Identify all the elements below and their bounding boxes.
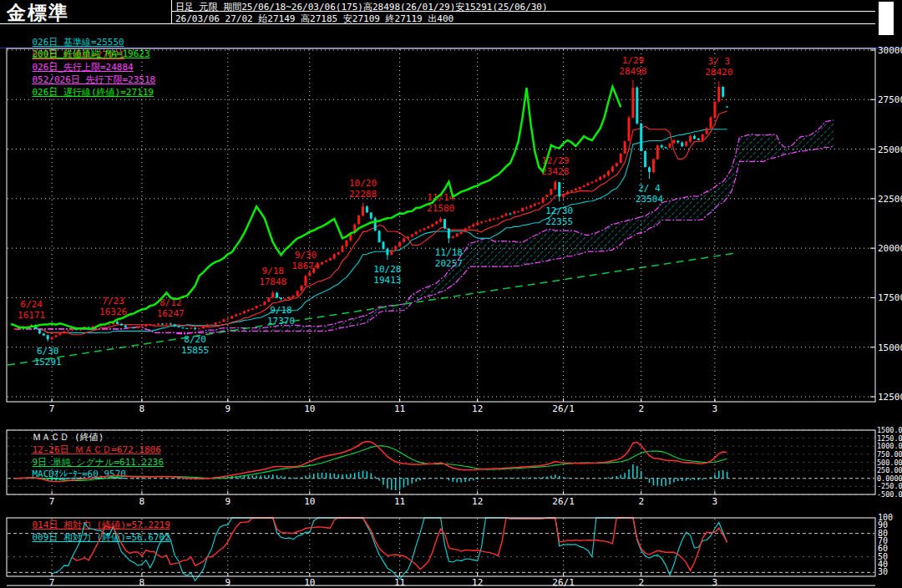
- month-label: 10: [304, 577, 315, 588]
- month-label: 8: [139, 496, 145, 507]
- main-chart-border: [7, 48, 875, 402]
- swing-low-label: 2/ 4: [638, 183, 661, 194]
- month-label: 3: [712, 496, 718, 507]
- month-label: 9: [225, 496, 231, 507]
- month-label: 10: [304, 496, 315, 507]
- ichimoku-cloud: [15, 120, 834, 334]
- annotations-layer: 6/24161717/23163268/12162479/18178489/30…: [18, 55, 732, 368]
- swing-high-label: 21580: [427, 203, 454, 214]
- swing-low-label: 6/30: [37, 346, 59, 357]
- swing-low-label: 20257: [435, 258, 463, 269]
- swing-low-label: 15855: [181, 345, 209, 356]
- month-label: 7: [49, 403, 55, 414]
- swing-high-label: 9/18: [261, 266, 284, 276]
- month-label: 12: [472, 496, 483, 507]
- price-axis-label: 30000: [878, 45, 902, 56]
- swing-high-label: 22288: [349, 189, 377, 200]
- macd-axis-label: 1000.000: [877, 442, 902, 450]
- price-axis-label: 22500: [878, 194, 902, 205]
- swing-high-label: 23428: [541, 166, 569, 177]
- swing-low-label: 12/30: [545, 205, 573, 216]
- swing-high-label: 17848: [259, 276, 286, 287]
- app-root: 金標準 日足 元限 期間25/06/18~26/03/06(175)高28498…: [0, 0, 902, 588]
- swing-high-label: 7/23: [102, 296, 124, 307]
- swing-low-label: 11/18: [435, 247, 463, 258]
- swing-high-label: 9/30: [295, 250, 317, 261]
- month-label: 7: [49, 577, 55, 588]
- swing-high-label: 16171: [18, 310, 45, 321]
- swing-high-label: 16247: [157, 308, 185, 319]
- swing-high-label: 28498: [619, 66, 646, 77]
- month-label: 2: [638, 577, 644, 588]
- month-label: 11: [394, 577, 405, 588]
- macd-axis-label: -500.000: [877, 490, 902, 499]
- price-axis-label: 15000: [878, 342, 902, 353]
- price-axis-label: 17500: [878, 292, 902, 303]
- month-label: 2: [638, 496, 644, 507]
- month-label: 26/1: [552, 496, 575, 507]
- macd-axis-label: 750.0000: [877, 450, 902, 459]
- chart-canvas[interactable]: 3000027500250002250020000175001500012500…: [0, 0, 902, 588]
- rsi9-line: [52, 518, 727, 580]
- rsi-axis-label: 30: [878, 567, 888, 576]
- month-label: 8: [139, 577, 145, 588]
- swing-high-label: 6/24: [20, 299, 43, 310]
- swing-low-label: 15291: [34, 357, 62, 368]
- month-label: 7: [49, 496, 55, 507]
- swing-high-label: 10/20: [349, 178, 377, 189]
- month-label: 11: [394, 496, 405, 507]
- swing-high-label: 3/ 3: [708, 56, 731, 67]
- month-label: 26/1: [552, 577, 575, 588]
- month-label: 8: [139, 403, 145, 414]
- price-axis-label: 12500: [878, 392, 902, 403]
- month-label: 2: [638, 403, 644, 414]
- swing-low-label: 23504: [636, 194, 663, 205]
- month-label: 3: [712, 577, 718, 588]
- macd-axis-label: -250.000: [877, 482, 902, 490]
- swing-low-label: 17370: [267, 316, 295, 327]
- swing-high-label: 28420: [705, 67, 732, 78]
- swing-low-label: 10/28: [373, 264, 401, 275]
- month-label: 12: [472, 577, 483, 588]
- month-label: 12: [472, 403, 483, 414]
- month-label: 9: [225, 577, 231, 588]
- rsi-panel-border: [7, 518, 875, 576]
- price-axis-label: 25000: [878, 144, 902, 155]
- month-label: 11: [394, 403, 405, 414]
- month-label: 10: [304, 403, 315, 414]
- month-label: 3: [712, 403, 718, 414]
- swing-low-label: 19413: [373, 275, 401, 286]
- price-axis-label: 27500: [878, 94, 902, 105]
- month-label: 9: [225, 403, 231, 414]
- swing-low-label: 8/20: [184, 334, 206, 345]
- macd-axis-label: 1250.000: [877, 434, 902, 443]
- macd-axis-label: 0.0000: [877, 474, 902, 483]
- month-label: 26/1: [552, 403, 575, 414]
- macd-axis-label: 1500.000: [877, 426, 902, 434]
- macd-axis-label: 500.0000: [877, 459, 902, 467]
- swing-high-label: 1/29: [622, 55, 645, 66]
- swing-low-label: 22355: [545, 216, 573, 227]
- price-axis-label: 20000: [878, 243, 902, 254]
- swing-high-label: 16326: [99, 307, 127, 317]
- swing-low-label: 9/18: [270, 305, 292, 316]
- swing-high-label: 18674: [291, 261, 319, 271]
- chikou-line: [11, 87, 621, 329]
- macd-axis-label: 250.0000: [877, 466, 902, 474]
